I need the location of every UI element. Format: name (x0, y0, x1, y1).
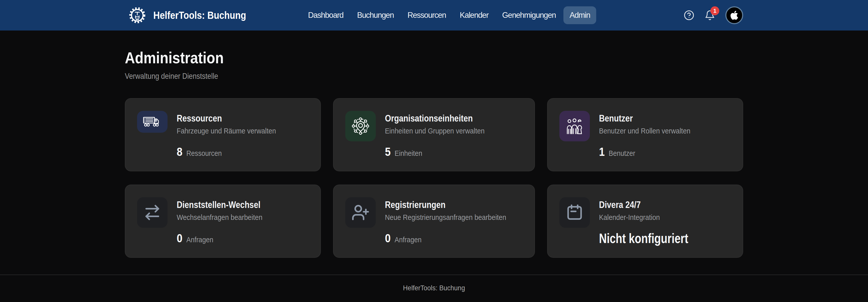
card-stat-value: 8 (177, 145, 183, 158)
card-title: Dienststellen-Wechsel (177, 199, 260, 210)
admin-card-organisationseinheiten[interactable]: OrganisationseinheitenEinheiten und Grup… (333, 98, 535, 171)
card-stat-row: 0Anfragen (137, 232, 309, 245)
card-stat-value: 5 (385, 145, 391, 158)
card-stat-row: 0Anfragen (345, 232, 523, 245)
card-header: Divera 24/7Kalender-Integration (559, 197, 731, 228)
footer: HelferTools: Buchung (0, 275, 868, 299)
card-stat-label: Einheiten (395, 149, 422, 158)
nav-link-dashboard[interactable]: Dashboard (302, 6, 349, 24)
thw-logo-icon (128, 6, 146, 24)
card-subtitle: Neue Registrierungsanfragen bearbeiten (385, 213, 506, 222)
card-header: RessourcenFahrzeuge und Räume verwalten (137, 111, 309, 141)
card-stat-row: 1Benutzer (559, 145, 731, 158)
nav-link-kalender[interactable]: Kalender (454, 6, 495, 24)
help-button[interactable] (684, 10, 694, 21)
card-stat-label: Benutzer (609, 149, 635, 158)
card-header: BenutzerBenutzer und Rollen verwalten (559, 111, 731, 141)
nav-link-buchungen[interactable]: Buchungen (351, 6, 400, 24)
admin-card-dienststellen-wechsel[interactable]: Dienststellen-WechselWechselanfragen bea… (125, 185, 321, 258)
card-subtitle: Kalender-Integration (599, 213, 660, 222)
card-subtitle: Benutzer und Rollen verwalten (599, 127, 690, 135)
admin-cards-grid: RessourcenFahrzeuge und Räume verwalten8… (125, 98, 743, 258)
help-circle-icon (684, 10, 694, 21)
truck-icon (137, 111, 167, 133)
card-stat-row: 8Ressourcen (137, 145, 309, 158)
users-icon (559, 111, 590, 141)
brand[interactable]: HelferTools: Buchung (125, 6, 259, 24)
user-plus-icon (345, 197, 376, 228)
page-subtitle: Verwaltung deiner Dienststelle (125, 72, 669, 81)
card-header: Dienststellen-WechselWechselanfragen bea… (137, 197, 309, 228)
card-title: Benutzer (599, 113, 686, 124)
admin-card-ressourcen[interactable]: RessourcenFahrzeuge und Räume verwalten8… (125, 98, 321, 171)
card-stat-label: Anfragen (186, 236, 213, 244)
top-navbar: HelferTools: Buchung DashboardBuchungenR… (0, 0, 868, 31)
org-network-icon (345, 111, 376, 141)
admin-card-registrierungen[interactable]: RegistrierungenNeue Registrierungsanfrag… (333, 185, 535, 258)
card-subtitle: Fahrzeuge und Räume verwalten (177, 127, 276, 135)
admin-card-benutzer[interactable]: BenutzerBenutzer und Rollen verwalten1Be… (547, 98, 743, 171)
card-title: Organisationseinheiten (385, 113, 480, 124)
calendar-icon (559, 197, 590, 228)
card-stat-value: 0 (177, 232, 183, 245)
card-stat-value: 1 (599, 145, 605, 158)
card-header: OrganisationseinheitenEinheiten und Grup… (345, 111, 523, 141)
user-avatar[interactable] (725, 6, 743, 24)
card-subtitle: Wechselanfragen bearbeiten (177, 213, 265, 222)
card-header: RegistrierungenNeue Registrierungsanfrag… (345, 197, 523, 228)
card-stat-row: Nicht konfiguriert (559, 232, 731, 245)
admin-card-divera-24-7[interactable]: Divera 24/7Kalender-IntegrationNicht kon… (547, 185, 743, 258)
card-subtitle: Einheiten und Gruppen verwalten (385, 127, 485, 135)
nav-link-admin[interactable]: Admin (563, 6, 596, 24)
notification-badge: 1 (710, 6, 719, 15)
notifications-button[interactable]: 1 (705, 10, 715, 21)
nav-actions: 1 (684, 6, 743, 24)
card-stat-label: Ressourcen (186, 149, 222, 158)
card-title: Divera 24/7 (599, 199, 657, 210)
app-title: HelferTools: Buchung (153, 10, 246, 21)
card-stat-label: Anfragen (395, 236, 422, 244)
footer-text: HelferTools: Buchung (22, 284, 846, 292)
card-status-text: Nicht konfiguriert (599, 232, 688, 245)
page-title: Administration (125, 48, 666, 68)
nav-link-ressourcen[interactable]: Ressourcen (401, 6, 452, 24)
apple-logo-icon (730, 10, 738, 20)
card-stat-value: 0 (385, 232, 391, 245)
card-title: Registrierungen (385, 199, 501, 210)
nav-link-genehmigungen[interactable]: Genehmigungen (496, 6, 562, 24)
card-title: Ressourcen (177, 113, 272, 124)
card-stat-row: 5Einheiten (345, 145, 523, 158)
nav-links: DashboardBuchungenRessourcenKalenderGene… (302, 6, 596, 24)
transfer-arrows-icon (137, 197, 167, 228)
